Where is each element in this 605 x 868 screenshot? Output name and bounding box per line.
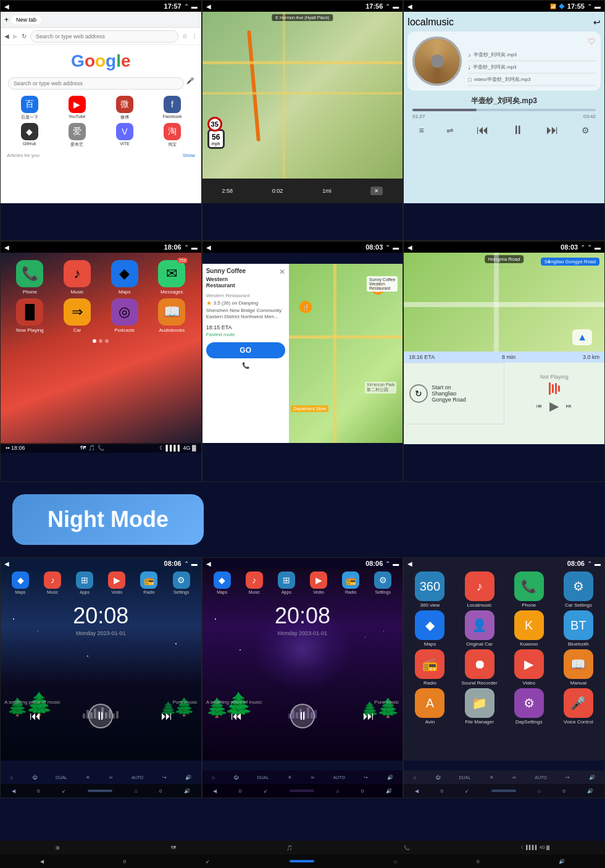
pause-btn[interactable]: ⏸ <box>512 123 524 137</box>
mini-app-maps2[interactable]: ◆ Maps <box>214 571 231 594</box>
carplay-app-nowplaying[interactable]: ▐▌ Now Playing <box>8 298 52 333</box>
v2-n7[interactable]: 🔊 <box>184 788 190 794</box>
shortcut-vite[interactable]: V VITE <box>102 123 147 148</box>
dual-s8[interactable]: DUAL <box>257 775 269 780</box>
bookmark-icon[interactable]: ☆ <box>182 33 188 40</box>
heart-icon[interactable]: ♡ <box>588 36 596 46</box>
c-n7[interactable]: ↙ <box>62 788 66 794</box>
v2-n8[interactable]: 🔊 <box>386 788 392 794</box>
app-filemanager[interactable]: 📁 File Manager <box>456 688 503 725</box>
menu-icon-s2[interactable]: ▬ <box>393 3 399 10</box>
app-video[interactable]: ▶ Video <box>506 649 553 686</box>
h2-n8[interactable]: ⌂ <box>336 788 339 794</box>
power-s9[interactable]: ⏻ <box>435 775 440 780</box>
back-arrow-s7[interactable]: ◀ <box>4 560 9 567</box>
sl-n8[interactable] <box>290 790 314 792</box>
menu-s7[interactable]: ▬ <box>191 560 198 567</box>
mic-icon[interactable]: 🎤 <box>186 77 194 90</box>
shortcut-taobao[interactable]: 淘 淘宝 <box>149 123 194 148</box>
app-dapsettings[interactable]: ⚙ DapSettings <box>506 688 553 725</box>
power-s8[interactable]: ⏻ <box>233 775 238 780</box>
mini-app-maps[interactable]: ◆ Maps <box>12 571 29 594</box>
expand-s9[interactable]: ⌃ <box>587 560 592 567</box>
loop-s9[interactable]: ∞ <box>512 775 516 780</box>
home-s8[interactable]: ⌂ <box>212 775 215 780</box>
menu-s8[interactable]: ▬ <box>393 560 399 567</box>
panel-close[interactable]: ✕ <box>279 268 285 276</box>
mini-app-settings[interactable]: ⚙ Settings <box>173 571 190 594</box>
mini-app-settings2[interactable]: ⚙ Settings <box>374 571 391 594</box>
c-n8[interactable]: ↙ <box>264 788 268 794</box>
expand-icon-s2[interactable]: ⌃ <box>385 3 390 10</box>
carplay-app-podcasts[interactable]: ◎ Podcasts <box>102 298 146 333</box>
expand-s7[interactable]: ⌃ <box>184 560 189 567</box>
url-input[interactable] <box>30 30 178 43</box>
play-btn2[interactable]: ⏸ <box>290 704 315 728</box>
phone-icon-row[interactable]: 📞 <box>206 362 285 369</box>
app-kuwooo[interactable]: K Kuwooo <box>506 610 553 647</box>
music-back-icon[interactable]: ↩ <box>593 17 601 27</box>
mini-app-apps[interactable]: ⊞ Apps <box>76 571 93 594</box>
carplay-app-messages[interactable]: ✉ 259 Messages <box>150 260 194 295</box>
mini-app-vedio2[interactable]: ▶ Vedio <box>310 571 327 594</box>
b2-n9[interactable]: ◀ <box>415 788 419 794</box>
shortcut-github[interactable]: ◆ GitHub <box>7 123 52 148</box>
next-btn1[interactable]: ⏭ <box>161 710 172 723</box>
app-voicecontrol[interactable]: 🎤 Voice Control <box>555 688 602 725</box>
dot-2[interactable] <box>99 339 102 343</box>
dot-1[interactable] <box>93 339 96 343</box>
expand-s5[interactable]: ⌃ <box>385 244 390 251</box>
h2-n7[interactable]: ⌂ <box>135 788 138 794</box>
back-arrow-s6[interactable]: ◀ <box>407 244 412 251</box>
back-arrow-s5[interactable]: ◀ <box>206 244 211 251</box>
prev-btn1[interactable]: ⏮ <box>30 710 41 723</box>
carplay-app-audiobooks[interactable]: 📖 Audiobooks <box>150 298 194 333</box>
app-bluetooth[interactable]: BT Bluetooth <box>555 610 602 647</box>
map-bottom-icon[interactable]: 🗺 <box>80 445 86 451</box>
app-manual[interactable]: 📖 Manual <box>555 649 602 686</box>
track-1[interactable]: ♪ 半壶纱_刘珂矣.mp3 <box>468 49 596 61</box>
sl-n7[interactable] <box>88 790 112 792</box>
music-play-s6[interactable]: ▶ <box>549 398 559 413</box>
menu-icon-s1[interactable]: ▬ <box>191 3 198 10</box>
google-search-input[interactable] <box>8 77 184 90</box>
mini-app-vedio[interactable]: ▶ Vedio <box>108 571 125 594</box>
track-3[interactable]: □ video/半壶纱_刘珂矣.mp3 <box>468 74 596 86</box>
vol-s8[interactable]: 🔊 <box>387 775 393 780</box>
dual-s9[interactable]: DUAL <box>459 775 470 780</box>
track-2[interactable]: ♩ 半壶纱_刘珂矣.mp3 <box>468 61 596 74</box>
snow-s8[interactable]: ✳ <box>288 775 292 780</box>
expand-s8[interactable]: ⌃ <box>385 560 390 567</box>
nav-back[interactable]: ◀ <box>4 33 9 40</box>
c-n9[interactable]: ↙ <box>465 788 469 794</box>
shuffle-btn[interactable]: ⇌ <box>446 125 454 135</box>
expand-icon-s3[interactable]: ⌃ <box>587 3 592 10</box>
shortcut-facebook[interactable]: f Facebook <box>149 96 194 120</box>
vol-s9[interactable]: 🔊 <box>589 775 595 780</box>
power-s7[interactable]: ⏻ <box>32 775 37 780</box>
b2-n8[interactable]: ◀ <box>213 788 217 794</box>
mini-app-music2[interactable]: ♪ Music <box>246 571 263 594</box>
mini-app-radio[interactable]: 📻 Radio <box>140 571 157 594</box>
h2-n9[interactable]: ⌂ <box>538 788 541 794</box>
app-soundrecorder[interactable]: ⏺ Sound Recorder <box>456 649 503 686</box>
dot-3[interactable] <box>105 339 109 343</box>
mini-app-apps2[interactable]: ⊞ Apps <box>278 571 295 594</box>
snow-s9[interactable]: ✳ <box>490 775 494 780</box>
auto-s8[interactable]: AUTO <box>333 775 345 780</box>
loop-s7[interactable]: ∞ <box>109 775 113 780</box>
nav-forward[interactable]: ▶ <box>13 33 18 40</box>
shortcut-baidu[interactable]: 百 百度一下 <box>7 96 52 120</box>
back-arrow-s3[interactable]: ◀ <box>407 3 412 10</box>
menu-s9[interactable]: ▬ <box>595 560 601 567</box>
back-arrow-s8[interactable]: ◀ <box>206 560 211 567</box>
b2-n7[interactable]: ◀ <box>12 788 15 794</box>
next-btn[interactable]: ⏭ <box>546 123 559 137</box>
go-button[interactable]: GO <box>206 342 285 358</box>
app-360view[interactable]: 360 360 view <box>406 571 453 608</box>
expand-icon-s1[interactable]: ⌃ <box>184 3 189 10</box>
auto-s9[interactable]: AUTO <box>535 775 546 780</box>
back-arrow-s9[interactable]: ◀ <box>407 560 412 567</box>
mini-app-radio2[interactable]: 📻 Radio <box>342 571 359 594</box>
close-nav-btn[interactable]: ✕ <box>370 187 383 195</box>
